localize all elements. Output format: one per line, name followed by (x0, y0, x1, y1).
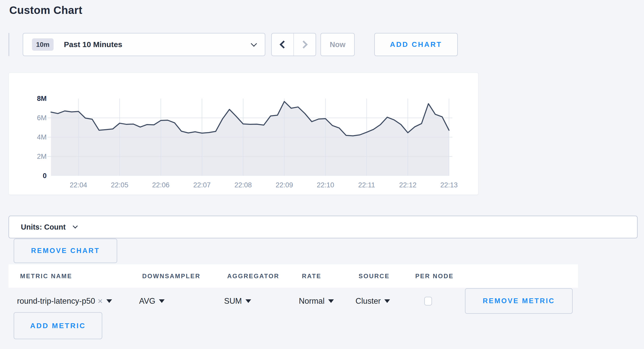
caret-down-icon (384, 299, 390, 303)
downsampler-value: AVG (139, 296, 155, 306)
units-dropdown[interactable]: Units: Count (9, 216, 638, 238)
y-axis-label: 2M (37, 153, 47, 160)
chevron-left-icon (279, 40, 287, 48)
page-title: Custom Chart (9, 4, 82, 16)
time-pager-group (271, 33, 316, 56)
add-metric-button[interactable]: ADD METRIC (14, 312, 102, 339)
area-fill (51, 101, 449, 176)
chevron-down-icon (251, 40, 257, 47)
rate-value: Normal (299, 296, 325, 306)
remove-tag-icon[interactable]: × (98, 296, 103, 306)
x-axis-label: 22:07 (193, 181, 211, 189)
per-node-checkbox[interactable] (424, 297, 432, 306)
now-button[interactable]: Now (320, 33, 355, 56)
column-header-rate: RATE (290, 273, 347, 280)
toolbar-accent-line (9, 33, 9, 56)
column-header-downsampler: DOWNSAMPLER (131, 273, 216, 280)
source-dropdown[interactable]: Cluster (347, 296, 404, 306)
source-value: Cluster (355, 296, 381, 306)
x-axis-label: 22:13 (440, 181, 458, 189)
column-header-source: SOURCE (347, 273, 404, 280)
remove-metric-button[interactable]: REMOVE METRIC (465, 288, 573, 314)
rate-dropdown[interactable]: Normal (290, 296, 347, 306)
time-window-badge: 10m (32, 38, 54, 51)
x-axis-label: 22:08 (234, 181, 252, 189)
aggregator-dropdown[interactable]: SUM (216, 296, 290, 306)
y-axis-label: 4M (37, 133, 47, 141)
metric-table-row: round-trip-latency-p50 × AVG SUM Normal … (9, 288, 578, 315)
downsampler-dropdown[interactable]: AVG (131, 296, 216, 306)
aggregator-value: SUM (224, 296, 242, 306)
metrics-table-header: METRIC NAME DOWNSAMPLER AGGREGATOR RATE … (9, 264, 578, 288)
x-axis-label: 22:05 (111, 181, 129, 189)
x-axis-label: 22:10 (317, 181, 334, 189)
caret-down-icon (328, 299, 334, 303)
column-header-aggregator: AGGREGATOR (216, 273, 290, 280)
units-label: Units: Count (21, 223, 66, 231)
chevron-right-icon (300, 40, 308, 48)
per-node-cell (404, 297, 464, 306)
x-axis-label: 22:11 (358, 181, 375, 189)
time-back-button[interactable] (272, 33, 293, 56)
add-chart-button[interactable]: ADD CHART (374, 33, 458, 56)
chevron-down-icon (73, 223, 78, 229)
caret-down-icon (106, 299, 112, 303)
y-axis-label: 0 (43, 172, 47, 180)
metric-name-dropdown[interactable]: round-trip-latency-p50 × (9, 296, 131, 306)
caret-down-icon (159, 299, 165, 303)
x-axis-label: 22:04 (70, 181, 87, 189)
caret-down-icon (245, 299, 251, 303)
custom-chart-svg: 02M4M6M8M22:0422:0522:0622:0722:0822:092… (9, 73, 479, 195)
y-axis-label: 6M (37, 114, 47, 122)
column-header-metric-name: METRIC NAME (9, 273, 131, 280)
x-axis-label: 22:06 (152, 181, 170, 189)
time-range-dropdown[interactable]: 10m Past 10 Minutes (23, 33, 265, 56)
time-forward-button[interactable] (294, 33, 316, 56)
x-axis-label: 22:12 (399, 181, 417, 189)
remove-chart-button[interactable]: REMOVE CHART (14, 239, 117, 263)
y-axis-label: 8M (37, 95, 47, 102)
column-header-per-node: PER NODE (404, 273, 464, 280)
x-axis-label: 22:09 (276, 181, 293, 189)
time-window-label: Past 10 Minutes (64, 40, 122, 49)
metric-name-value: round-trip-latency-p50 (17, 296, 95, 306)
chart-card: 02M4M6M8M22:0422:0522:0622:0722:0822:092… (9, 73, 478, 195)
